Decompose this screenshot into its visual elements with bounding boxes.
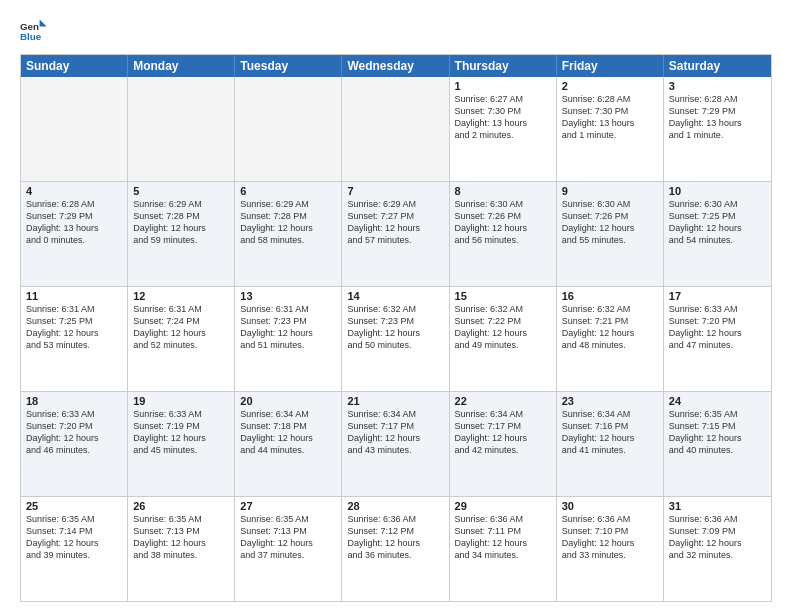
day-cell-7: 7Sunrise: 6:29 AM Sunset: 7:27 PM Daylig… bbox=[342, 182, 449, 286]
calendar-header: SundayMondayTuesdayWednesdayThursdayFrid… bbox=[21, 55, 771, 77]
day-number: 15 bbox=[455, 290, 551, 302]
day-number: 18 bbox=[26, 395, 122, 407]
day-info: Sunrise: 6:32 AM Sunset: 7:21 PM Dayligh… bbox=[562, 303, 658, 352]
day-cell-12: 12Sunrise: 6:31 AM Sunset: 7:24 PM Dayli… bbox=[128, 287, 235, 391]
calendar-body: 1Sunrise: 6:27 AM Sunset: 7:30 PM Daylig… bbox=[21, 77, 771, 601]
day-info: Sunrise: 6:35 AM Sunset: 7:13 PM Dayligh… bbox=[133, 513, 229, 562]
day-number: 4 bbox=[26, 185, 122, 197]
day-number: 22 bbox=[455, 395, 551, 407]
day-number: 17 bbox=[669, 290, 766, 302]
day-cell-1: 1Sunrise: 6:27 AM Sunset: 7:30 PM Daylig… bbox=[450, 77, 557, 181]
day-number: 11 bbox=[26, 290, 122, 302]
header-day-saturday: Saturday bbox=[664, 55, 771, 77]
day-info: Sunrise: 6:31 AM Sunset: 7:23 PM Dayligh… bbox=[240, 303, 336, 352]
day-number: 27 bbox=[240, 500, 336, 512]
calendar: SundayMondayTuesdayWednesdayThursdayFrid… bbox=[20, 54, 772, 602]
logo-icon: Gen Blue bbox=[20, 16, 48, 44]
empty-cell-0-3 bbox=[342, 77, 449, 181]
calendar-row-3: 18Sunrise: 6:33 AM Sunset: 7:20 PM Dayli… bbox=[21, 391, 771, 496]
day-info: Sunrise: 6:28 AM Sunset: 7:29 PM Dayligh… bbox=[669, 93, 766, 142]
header-day-monday: Monday bbox=[128, 55, 235, 77]
day-number: 7 bbox=[347, 185, 443, 197]
day-info: Sunrise: 6:28 AM Sunset: 7:29 PM Dayligh… bbox=[26, 198, 122, 247]
day-info: Sunrise: 6:35 AM Sunset: 7:13 PM Dayligh… bbox=[240, 513, 336, 562]
day-info: Sunrise: 6:33 AM Sunset: 7:19 PM Dayligh… bbox=[133, 408, 229, 457]
day-number: 23 bbox=[562, 395, 658, 407]
day-cell-28: 28Sunrise: 6:36 AM Sunset: 7:12 PM Dayli… bbox=[342, 497, 449, 601]
day-cell-27: 27Sunrise: 6:35 AM Sunset: 7:13 PM Dayli… bbox=[235, 497, 342, 601]
day-number: 30 bbox=[562, 500, 658, 512]
day-info: Sunrise: 6:34 AM Sunset: 7:18 PM Dayligh… bbox=[240, 408, 336, 457]
day-cell-30: 30Sunrise: 6:36 AM Sunset: 7:10 PM Dayli… bbox=[557, 497, 664, 601]
day-number: 25 bbox=[26, 500, 122, 512]
calendar-row-2: 11Sunrise: 6:31 AM Sunset: 7:25 PM Dayli… bbox=[21, 286, 771, 391]
header-day-tuesday: Tuesday bbox=[235, 55, 342, 77]
day-cell-16: 16Sunrise: 6:32 AM Sunset: 7:21 PM Dayli… bbox=[557, 287, 664, 391]
day-number: 13 bbox=[240, 290, 336, 302]
day-cell-25: 25Sunrise: 6:35 AM Sunset: 7:14 PM Dayli… bbox=[21, 497, 128, 601]
day-cell-19: 19Sunrise: 6:33 AM Sunset: 7:19 PM Dayli… bbox=[128, 392, 235, 496]
logo: Gen Blue bbox=[20, 16, 52, 44]
empty-cell-0-1 bbox=[128, 77, 235, 181]
header-day-friday: Friday bbox=[557, 55, 664, 77]
day-number: 6 bbox=[240, 185, 336, 197]
day-cell-24: 24Sunrise: 6:35 AM Sunset: 7:15 PM Dayli… bbox=[664, 392, 771, 496]
header-day-thursday: Thursday bbox=[450, 55, 557, 77]
day-info: Sunrise: 6:36 AM Sunset: 7:12 PM Dayligh… bbox=[347, 513, 443, 562]
day-number: 28 bbox=[347, 500, 443, 512]
day-cell-15: 15Sunrise: 6:32 AM Sunset: 7:22 PM Dayli… bbox=[450, 287, 557, 391]
day-cell-20: 20Sunrise: 6:34 AM Sunset: 7:18 PM Dayli… bbox=[235, 392, 342, 496]
day-cell-21: 21Sunrise: 6:34 AM Sunset: 7:17 PM Dayli… bbox=[342, 392, 449, 496]
svg-marker-1 bbox=[40, 20, 47, 27]
day-cell-23: 23Sunrise: 6:34 AM Sunset: 7:16 PM Dayli… bbox=[557, 392, 664, 496]
day-number: 19 bbox=[133, 395, 229, 407]
day-info: Sunrise: 6:31 AM Sunset: 7:24 PM Dayligh… bbox=[133, 303, 229, 352]
day-info: Sunrise: 6:27 AM Sunset: 7:30 PM Dayligh… bbox=[455, 93, 551, 142]
day-cell-11: 11Sunrise: 6:31 AM Sunset: 7:25 PM Dayli… bbox=[21, 287, 128, 391]
header-day-sunday: Sunday bbox=[21, 55, 128, 77]
calendar-row-4: 25Sunrise: 6:35 AM Sunset: 7:14 PM Dayli… bbox=[21, 496, 771, 601]
day-number: 8 bbox=[455, 185, 551, 197]
day-number: 14 bbox=[347, 290, 443, 302]
day-number: 5 bbox=[133, 185, 229, 197]
day-cell-9: 9Sunrise: 6:30 AM Sunset: 7:26 PM Daylig… bbox=[557, 182, 664, 286]
day-number: 12 bbox=[133, 290, 229, 302]
day-info: Sunrise: 6:32 AM Sunset: 7:23 PM Dayligh… bbox=[347, 303, 443, 352]
day-info: Sunrise: 6:29 AM Sunset: 7:27 PM Dayligh… bbox=[347, 198, 443, 247]
day-info: Sunrise: 6:35 AM Sunset: 7:14 PM Dayligh… bbox=[26, 513, 122, 562]
day-cell-17: 17Sunrise: 6:33 AM Sunset: 7:20 PM Dayli… bbox=[664, 287, 771, 391]
day-info: Sunrise: 6:33 AM Sunset: 7:20 PM Dayligh… bbox=[26, 408, 122, 457]
empty-cell-0-0 bbox=[21, 77, 128, 181]
day-number: 1 bbox=[455, 80, 551, 92]
day-info: Sunrise: 6:31 AM Sunset: 7:25 PM Dayligh… bbox=[26, 303, 122, 352]
day-number: 20 bbox=[240, 395, 336, 407]
day-info: Sunrise: 6:30 AM Sunset: 7:26 PM Dayligh… bbox=[455, 198, 551, 247]
day-number: 31 bbox=[669, 500, 766, 512]
day-number: 21 bbox=[347, 395, 443, 407]
day-info: Sunrise: 6:30 AM Sunset: 7:25 PM Dayligh… bbox=[669, 198, 766, 247]
day-number: 29 bbox=[455, 500, 551, 512]
day-number: 9 bbox=[562, 185, 658, 197]
day-cell-6: 6Sunrise: 6:29 AM Sunset: 7:28 PM Daylig… bbox=[235, 182, 342, 286]
header-day-wednesday: Wednesday bbox=[342, 55, 449, 77]
calendar-row-0: 1Sunrise: 6:27 AM Sunset: 7:30 PM Daylig… bbox=[21, 77, 771, 181]
day-number: 3 bbox=[669, 80, 766, 92]
page-header: Gen Blue bbox=[20, 16, 772, 44]
day-cell-13: 13Sunrise: 6:31 AM Sunset: 7:23 PM Dayli… bbox=[235, 287, 342, 391]
day-number: 24 bbox=[669, 395, 766, 407]
day-cell-2: 2Sunrise: 6:28 AM Sunset: 7:30 PM Daylig… bbox=[557, 77, 664, 181]
day-info: Sunrise: 6:29 AM Sunset: 7:28 PM Dayligh… bbox=[133, 198, 229, 247]
day-cell-5: 5Sunrise: 6:29 AM Sunset: 7:28 PM Daylig… bbox=[128, 182, 235, 286]
day-cell-22: 22Sunrise: 6:34 AM Sunset: 7:17 PM Dayli… bbox=[450, 392, 557, 496]
day-info: Sunrise: 6:28 AM Sunset: 7:30 PM Dayligh… bbox=[562, 93, 658, 142]
day-cell-10: 10Sunrise: 6:30 AM Sunset: 7:25 PM Dayli… bbox=[664, 182, 771, 286]
day-cell-18: 18Sunrise: 6:33 AM Sunset: 7:20 PM Dayli… bbox=[21, 392, 128, 496]
day-cell-29: 29Sunrise: 6:36 AM Sunset: 7:11 PM Dayli… bbox=[450, 497, 557, 601]
svg-text:Blue: Blue bbox=[20, 31, 42, 42]
day-info: Sunrise: 6:34 AM Sunset: 7:17 PM Dayligh… bbox=[347, 408, 443, 457]
day-info: Sunrise: 6:36 AM Sunset: 7:10 PM Dayligh… bbox=[562, 513, 658, 562]
day-cell-14: 14Sunrise: 6:32 AM Sunset: 7:23 PM Dayli… bbox=[342, 287, 449, 391]
empty-cell-0-2 bbox=[235, 77, 342, 181]
day-cell-3: 3Sunrise: 6:28 AM Sunset: 7:29 PM Daylig… bbox=[664, 77, 771, 181]
calendar-row-1: 4Sunrise: 6:28 AM Sunset: 7:29 PM Daylig… bbox=[21, 181, 771, 286]
